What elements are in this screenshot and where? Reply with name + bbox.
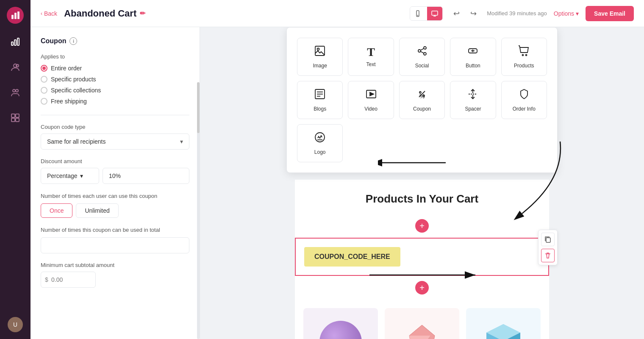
left-navigation: U <box>0 0 31 339</box>
product-item-3 <box>466 308 541 339</box>
redo-button[interactable]: ↪ <box>466 7 480 20</box>
radio-specific-collections-circle <box>41 87 47 94</box>
block-video-icon <box>365 88 377 103</box>
block-order-info[interactable]: Order Info <box>501 81 547 119</box>
nav-audience-icon[interactable] <box>8 85 23 100</box>
once-toggle-btn[interactable]: Once <box>41 203 72 218</box>
mobile-view-btn[interactable] <box>410 7 425 20</box>
block-order-info-label: Order Info <box>513 106 536 112</box>
svg-rect-2 <box>17 11 19 19</box>
block-image[interactable]: Image <box>297 38 343 76</box>
add-block-below-coupon-btn[interactable]: + <box>415 281 429 295</box>
applies-to-radio-group: Entire order Specific products Specific … <box>41 65 189 105</box>
edit-title-icon[interactable]: ✏ <box>140 9 145 17</box>
back-chevron-icon: ‹ <box>41 11 42 17</box>
copy-block-button[interactable] <box>541 233 555 246</box>
radio-specific-collections[interactable]: Specific collections <box>41 87 189 94</box>
block-logo[interactable]: Logo <box>297 124 343 162</box>
svg-marker-44 <box>409 336 430 339</box>
block-image-label: Image <box>313 63 327 69</box>
user-avatar[interactable]: U <box>8 317 23 332</box>
undo-button[interactable]: ↩ <box>450 7 463 20</box>
product-image-cube <box>482 320 525 339</box>
total-usage-description: Number of times this coupon can be used … <box>41 226 189 234</box>
svg-rect-12 <box>11 118 15 122</box>
svg-point-9 <box>16 89 18 92</box>
nav-campaigns-icon[interactable] <box>8 59 23 75</box>
select-arrow-icon: ▾ <box>180 138 183 145</box>
nav-bottom: U <box>8 317 23 332</box>
block-social-icon <box>416 45 428 59</box>
discount-amount-label: Discount amount <box>41 158 189 164</box>
nav-products-icon[interactable] <box>8 110 23 125</box>
coupon-settings-panel: Coupon i Applies to Entire order Specifi… <box>31 27 200 339</box>
discount-type-arrow-icon: ▾ <box>80 172 83 179</box>
total-usage-input[interactable] <box>41 237 189 253</box>
coupon-block[interactable]: COUPON_CODE_HERE <box>295 238 549 276</box>
product-item-1 <box>303 308 378 339</box>
options-button[interactable]: Options ▾ <box>554 10 579 17</box>
min-cart-input[interactable] <box>41 272 96 288</box>
radio-entire-order-circle <box>41 65 47 72</box>
block-video-label: Video <box>364 106 377 112</box>
block-logo-icon <box>314 131 326 146</box>
save-email-button[interactable]: Save Email <box>586 6 634 21</box>
discount-type-select[interactable]: Percentage ▾ <box>41 168 99 184</box>
block-text[interactable]: T Text <box>348 38 394 76</box>
view-toggle <box>410 6 443 21</box>
svg-rect-0 <box>11 15 14 19</box>
radio-free-shipping[interactable]: Free shipping <box>41 98 189 105</box>
svg-point-15 <box>418 15 418 16</box>
page-title-text: Abandoned Cart <box>64 8 136 19</box>
delete-block-button[interactable] <box>541 249 555 262</box>
block-video[interactable]: Video <box>348 81 394 119</box>
app-logo[interactable] <box>7 7 24 24</box>
block-coupon[interactable]: % Coupon <box>399 81 445 119</box>
back-button[interactable]: ‹ Back <box>41 10 57 17</box>
radio-entire-order[interactable]: Entire order <box>41 65 189 72</box>
nav-analytics-icon[interactable] <box>8 34 23 49</box>
product-image-gem <box>405 323 439 339</box>
products-header-section: Products In Your Cart <box>295 180 549 214</box>
coupon-code-type-select[interactable]: Same for all recipients ▾ <box>41 133 189 150</box>
block-blogs-label: Blogs <box>314 106 326 112</box>
svg-rect-1 <box>14 13 17 19</box>
add-block-above-coupon-btn[interactable]: + <box>415 219 429 233</box>
block-social[interactable]: Social <box>399 38 445 76</box>
block-coupon-label: Coupon <box>413 106 431 112</box>
discount-value-input[interactable] <box>103 168 189 184</box>
block-text-icon: T <box>367 46 375 58</box>
min-cart-label: Minimum cart subtotal amount <box>41 262 189 268</box>
radio-specific-products-circle <box>41 76 47 83</box>
svg-rect-11 <box>16 114 19 117</box>
modified-timestamp: Modified 39 minutes ago <box>487 10 547 17</box>
block-selector-panel: Image T Text <box>286 27 558 173</box>
svg-rect-3 <box>11 42 13 45</box>
svg-rect-13 <box>16 118 19 122</box>
undo-redo-controls: ↩ ↪ <box>450 7 480 20</box>
svg-line-22 <box>421 49 424 50</box>
svg-rect-16 <box>432 11 438 15</box>
desktop-view-btn[interactable] <box>427 7 442 20</box>
block-logo-label: Logo <box>314 149 326 155</box>
products-header-text: Products In Your Cart <box>366 192 478 205</box>
usage-toggle-row: Once Unlimited <box>41 203 189 218</box>
svg-marker-32 <box>370 92 374 96</box>
options-chevron-icon: ▾ <box>576 10 579 17</box>
block-blogs[interactable]: Blogs <box>297 81 343 119</box>
svg-point-18 <box>317 48 319 50</box>
svg-rect-50 <box>546 238 550 242</box>
body-area: Coupon i Applies to Entire order Specifi… <box>31 27 644 339</box>
svg-point-25 <box>522 55 523 56</box>
radio-specific-products[interactable]: Specific products <box>41 76 189 83</box>
block-button[interactable]: Button <box>450 38 496 76</box>
coupon-code-display: COUPON_CODE_HERE <box>304 247 400 267</box>
main-content: ‹ Back Abandoned Cart ✏ ↩ ↪ <box>31 0 644 339</box>
unlimited-toggle-btn[interactable]: Unlimited <box>76 203 118 218</box>
block-button-label: Button <box>466 63 480 69</box>
right-action-bar <box>538 230 558 265</box>
block-spacer[interactable]: Spacer <box>450 81 496 119</box>
info-icon[interactable]: i <box>69 37 77 45</box>
block-products[interactable]: Products <box>501 38 547 76</box>
svg-point-19 <box>418 50 421 52</box>
